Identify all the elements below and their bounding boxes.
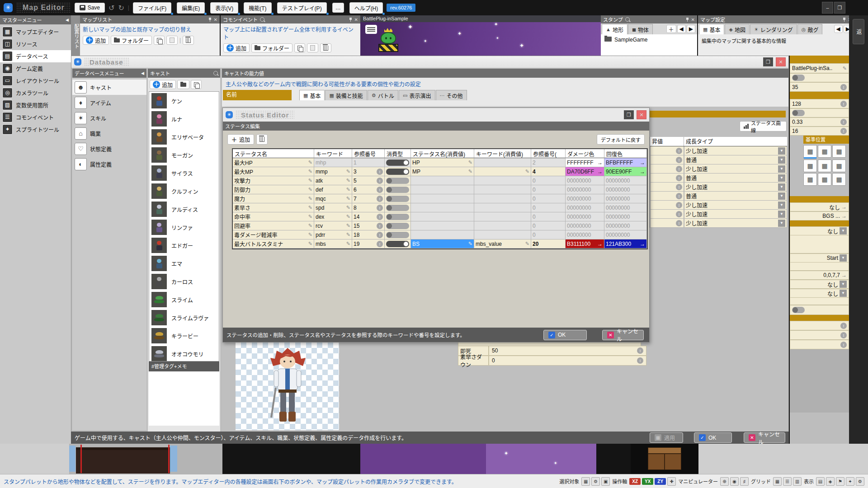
tab-scroll-left[interactable]: ◀: [834, 25, 843, 33]
status-name-cell[interactable]: 最大HP: [233, 158, 314, 167]
close-icon[interactable]: ✕: [691, 17, 695, 22]
consume-toggle[interactable]: [386, 205, 409, 211]
undo-icon[interactable]: ↺: [108, 4, 114, 12]
status-bar-tool[interactable]: ◈: [826, 477, 835, 486]
status-editor-titlebar[interactable]: ✳ Status Editor ❒ ✕: [223, 108, 649, 122]
damage-color-cell[interactable]: 00000000: [566, 212, 604, 221]
spinner-icon[interactable]: [377, 169, 383, 175]
dropdown-icon[interactable]: [840, 227, 847, 235]
spinner-icon[interactable]: [840, 84, 847, 90]
timeline-purple-band[interactable]: [360, 444, 486, 474]
cast-list-item[interactable]: スライムラヴァ: [149, 309, 219, 327]
tab-scroll-right[interactable]: ▶: [687, 25, 695, 33]
status-bar-tool[interactable]: マニピュレーター: [678, 478, 718, 485]
name-column-header[interactable]: 名前: [223, 90, 292, 100]
delete-status-button[interactable]: [256, 134, 268, 145]
sidebar-item[interactable]: ▭ レイアウトツール: [0, 75, 71, 87]
close-icon[interactable]: ✕: [214, 17, 217, 22]
spinner-icon[interactable]: [377, 223, 383, 229]
cast-list-item[interactable]: エマ: [149, 254, 219, 272]
copy-button[interactable]: [191, 80, 202, 89]
status-bar-tool[interactable]: 選択対象: [559, 478, 579, 485]
status-bar-tool[interactable]: ZY: [655, 478, 666, 485]
minimize-button[interactable]: –: [822, 2, 833, 14]
delete-button[interactable]: [183, 36, 194, 45]
spinner-icon[interactable]: [840, 101, 847, 107]
status-name-cell[interactable]: 最大MP: [233, 167, 314, 176]
spinner-icon[interactable]: [676, 148, 682, 154]
rise-value-cell[interactable]: [650, 210, 684, 219]
keyword-cell[interactable]: rcv: [314, 221, 352, 230]
spinner-icon[interactable]: [377, 232, 383, 238]
consume-type-cell[interactable]: [385, 194, 411, 203]
ref-number-cell[interactable]: 18: [352, 230, 385, 239]
toggle[interactable]: [792, 307, 805, 313]
restore-icon[interactable]: ❒: [763, 57, 773, 66]
consume-name-cell[interactable]: BS: [411, 239, 474, 249]
dropdown-icon[interactable]: [778, 211, 785, 218]
database-menu-item[interactable]: ◐ 属性定義: [72, 156, 146, 172]
search-icon[interactable]: [260, 17, 264, 22]
spinner-icon[interactable]: [377, 241, 383, 247]
growth-type-cell[interactable]: 普通: [684, 192, 787, 201]
cast-list-item[interactable]: クルフィン: [149, 182, 219, 200]
rise-value-cell[interactable]: [650, 219, 684, 228]
toggle-row[interactable]: [790, 108, 849, 117]
pin-icon[interactable]: [349, 18, 352, 22]
close-icon[interactable]: ✕: [354, 17, 358, 22]
heal-color-cell[interactable]: 00000000: [604, 230, 647, 239]
status-bar-tool[interactable]: XZ: [629, 478, 641, 485]
maximize-button[interactable]: ❒: [834, 2, 845, 14]
consume-type-cell[interactable]: [385, 212, 411, 221]
toggle[interactable]: [792, 110, 805, 116]
toggle-row[interactable]: [790, 73, 849, 82]
arrow-icon[interactable]: [841, 204, 847, 210]
consume-name-cell[interactable]: HP: [411, 158, 474, 167]
cast-list-item[interactable]: ルナ: [149, 110, 219, 128]
dropdown-icon[interactable]: [840, 281, 847, 288]
add-status-button[interactable]: ＋追加: [227, 134, 254, 145]
folder-button[interactable]: フォルダー: [251, 43, 292, 52]
arrow-icon[interactable]: [841, 272, 847, 278]
ability-tab[interactable]: ⚙バトル: [368, 90, 398, 100]
pin-icon[interactable]: [208, 18, 212, 22]
consume-toggle[interactable]: [386, 160, 409, 166]
paste-button[interactable]: [307, 43, 318, 52]
menubar-item[interactable]: ファイル(F): [133, 2, 171, 14]
spinner-icon[interactable]: [676, 157, 682, 163]
status-bar-tool[interactable]: ☰: [783, 477, 792, 486]
consume-toggle[interactable]: [386, 223, 409, 229]
pin-icon[interactable]: [686, 18, 689, 22]
consume-toggle[interactable]: [386, 241, 409, 247]
keyword-cell[interactable]: def: [314, 185, 352, 194]
map-settings-tab[interactable]: ◎敵グ: [797, 24, 823, 34]
rise-value-cell[interactable]: [650, 183, 684, 192]
status-name-cell[interactable]: 魔力: [233, 194, 314, 203]
keyword-cell[interactable]: spd: [314, 203, 352, 212]
redo-icon[interactable]: ↻: [118, 4, 124, 12]
close-icon[interactable]: ✕: [776, 57, 786, 66]
status-bar-tool[interactable]: ✦: [846, 477, 854, 486]
keyword-cell[interactable]: mbs: [314, 239, 352, 249]
heal-color-cell[interactable]: 00000000: [604, 203, 647, 212]
status-bar-tool[interactable]: ▥: [793, 477, 802, 486]
cancel-button[interactable]: ✕キャンセル: [744, 432, 785, 443]
cast-list-item[interactable]: スライム: [149, 291, 219, 309]
ability-tab[interactable]: ▦装備と技能: [325, 90, 367, 100]
status-bar-tool[interactable]: 表示: [804, 478, 814, 485]
consume-ref-cell[interactable]: 0: [531, 176, 566, 185]
restore-icon[interactable]: ❒: [624, 110, 634, 119]
consume-ref-cell[interactable]: 0: [531, 194, 566, 203]
ref-number-cell[interactable]: 3: [352, 167, 385, 176]
rise-value-cell[interactable]: [650, 192, 684, 201]
ref-number-cell[interactable]: 8: [352, 203, 385, 212]
damage-color-cell[interactable]: 00000000: [566, 176, 604, 185]
dialog-ok-button[interactable]: ✓OK: [543, 330, 587, 340]
status-bar-tool[interactable]: ♯: [740, 477, 749, 486]
search-icon[interactable]: [625, 17, 630, 22]
add-stamp-tab-button[interactable]: ＋: [666, 25, 676, 33]
ref-number-cell[interactable]: 19: [352, 239, 385, 249]
value-field[interactable]: 35: [790, 82, 849, 92]
sidebar-item[interactable]: ◉ ゲーム定義: [0, 62, 71, 75]
ref-number-cell[interactable]: 5: [352, 176, 385, 185]
